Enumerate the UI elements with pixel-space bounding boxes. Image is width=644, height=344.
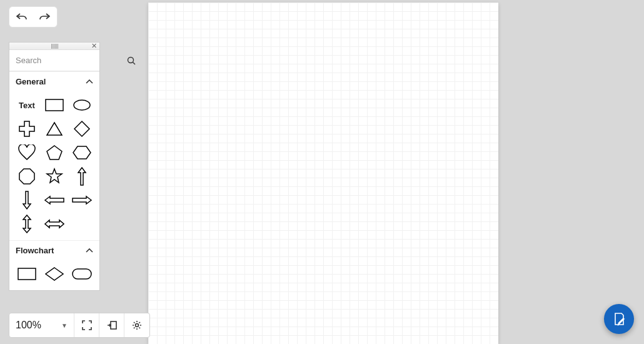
shape-cross[interactable] (14, 119, 39, 139)
edit-fab[interactable] (604, 304, 634, 334)
svg-rect-5 (73, 269, 91, 279)
arrow-down-icon (22, 191, 32, 210)
palette-search (9, 50, 99, 71)
shape-diamond[interactable] (69, 119, 94, 139)
redo-button[interactable] (33, 7, 56, 27)
close-icon[interactable]: ✕ (91, 42, 97, 49)
search-icon[interactable] (127, 56, 136, 65)
chevron-up-icon (86, 248, 93, 253)
decision-icon (45, 267, 64, 281)
undo-button[interactable] (11, 7, 33, 27)
shape-octagon[interactable] (14, 166, 39, 186)
shape-star[interactable] (42, 166, 67, 186)
fullscreen-icon (82, 320, 92, 330)
fit-page-button[interactable] (99, 313, 124, 337)
shape-text[interactable]: Text (14, 95, 39, 115)
undo-redo-toolbar (9, 6, 58, 28)
diamond-icon (73, 120, 91, 138)
heart-icon (18, 144, 36, 161)
section-head-flowchart[interactable]: Flowchart (9, 240, 99, 260)
svg-point-0 (128, 57, 134, 63)
chevron-up-icon (86, 79, 93, 84)
shape-hexagon[interactable] (69, 143, 94, 163)
octagon-icon (18, 168, 36, 185)
shape-triangle[interactable] (42, 119, 67, 139)
svg-point-3 (74, 100, 90, 110)
shape-fc-terminator[interactable] (69, 264, 94, 284)
svg-rect-2 (46, 99, 63, 111)
redo-icon (39, 13, 50, 21)
shapes-palette: ✕ General Text (9, 42, 100, 291)
section-head-general[interactable]: General (9, 71, 99, 91)
shape-arrow-updown[interactable] (14, 214, 39, 234)
shape-heart[interactable] (14, 143, 39, 163)
settings-button[interactable] (124, 313, 149, 337)
section-body-general: Text (9, 91, 99, 240)
gear-icon (132, 320, 142, 330)
rectangle-icon (45, 99, 64, 111)
arrow-up-icon (77, 167, 87, 186)
shape-rectangle[interactable] (42, 95, 67, 115)
svg-rect-4 (18, 268, 36, 280)
pentagon-icon (46, 144, 63, 161)
section-label: Flowchart (16, 246, 54, 255)
shape-ellipse[interactable] (69, 95, 94, 115)
terminator-icon (72, 268, 92, 280)
shape-fc-process[interactable] (14, 264, 39, 284)
grip-icon (48, 44, 61, 49)
shape-arrow-right[interactable] (69, 190, 94, 210)
zoom-dropdown[interactable]: 100% ▼ (9, 313, 74, 337)
undo-icon (16, 13, 28, 21)
section-body-flowchart (9, 260, 99, 290)
drawing-canvas[interactable] (148, 3, 498, 344)
svg-rect-6 (111, 321, 116, 329)
star-icon (46, 168, 63, 185)
shape-fc-decision[interactable] (42, 264, 67, 284)
bottom-toolbar: 100% ▼ (9, 313, 150, 338)
shape-arrow-down[interactable] (14, 190, 39, 210)
shape-arrow-leftright[interactable] (42, 214, 67, 234)
edit-page-icon (612, 312, 626, 326)
arrow-left-icon (44, 195, 64, 205)
caret-down-icon: ▼ (61, 322, 68, 329)
process-icon (18, 268, 36, 280)
palette-titlebar[interactable]: ✕ (9, 43, 99, 50)
fit-page-icon (107, 320, 117, 330)
triangle-icon (46, 121, 63, 136)
svg-line-1 (133, 62, 136, 64)
search-input[interactable] (9, 56, 127, 65)
shape-arrow-up[interactable] (69, 166, 94, 186)
fullscreen-button[interactable] (74, 313, 99, 337)
shape-arrow-left[interactable] (42, 190, 67, 210)
arrow-right-icon (72, 195, 92, 205)
hexagon-icon (73, 145, 91, 160)
cross-icon (18, 120, 36, 138)
arrow-leftright-icon (44, 219, 64, 229)
arrow-updown-icon (22, 215, 32, 233)
ellipse-icon (73, 99, 91, 111)
zoom-value: 100% (16, 320, 41, 331)
svg-point-7 (136, 324, 139, 327)
shape-empty (69, 214, 94, 234)
section-label: General (16, 77, 46, 86)
shape-pentagon[interactable] (42, 143, 67, 163)
